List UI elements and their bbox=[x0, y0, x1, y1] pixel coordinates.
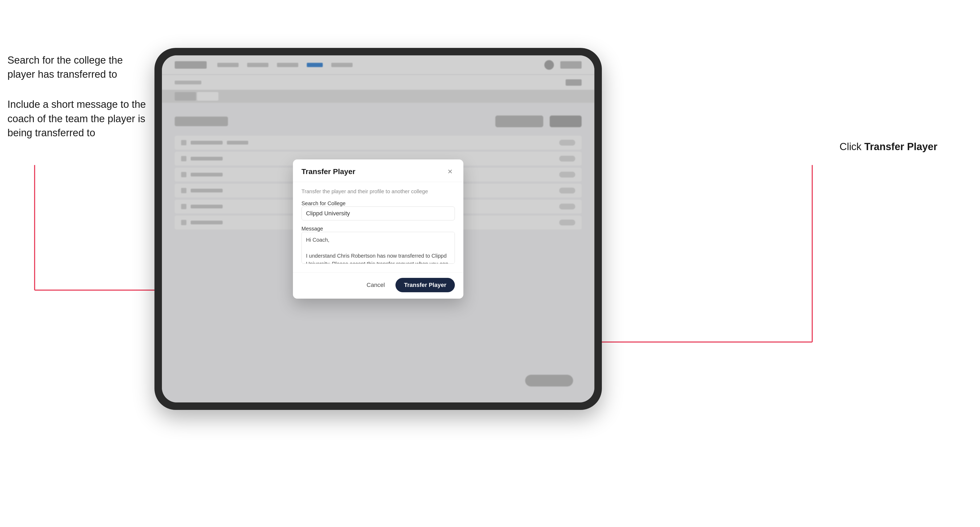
tablet-screen: Transfer Player ✕ Transfer the player an… bbox=[162, 56, 594, 402]
dialog-header: Transfer Player ✕ bbox=[293, 159, 463, 182]
dialog-footer: Cancel Transfer Player bbox=[293, 272, 463, 298]
annotation-click-prefix: Click bbox=[840, 141, 864, 152]
annotation-left: Search for the college the player has tr… bbox=[8, 53, 146, 140]
transfer-player-button[interactable]: Transfer Player bbox=[396, 278, 455, 292]
transfer-player-dialog: Transfer Player ✕ Transfer the player an… bbox=[293, 159, 463, 298]
dialog-body: Transfer the player and their profile to… bbox=[293, 182, 463, 272]
annotation-right: Click Transfer Player bbox=[840, 141, 938, 152]
dialog-overlay: Transfer Player ✕ Transfer the player an… bbox=[162, 56, 594, 402]
message-textarea[interactable]: Hi Coach, I understand Chris Robertson h… bbox=[301, 232, 455, 264]
message-label: Message bbox=[301, 226, 323, 232]
dialog-description: Transfer the player and their profile to… bbox=[301, 189, 455, 195]
search-college-label: Search for College bbox=[301, 200, 346, 206]
annotation-message-text: Include a short message to the coach of … bbox=[8, 99, 146, 138]
search-college-input[interactable] bbox=[301, 206, 455, 221]
annotation-search-text: Search for the college the player has tr… bbox=[8, 55, 123, 80]
cancel-button[interactable]: Cancel bbox=[361, 279, 390, 291]
annotation-transfer-bold: Transfer Player bbox=[864, 141, 937, 152]
dialog-title: Transfer Player bbox=[301, 167, 355, 176]
tablet-device: Transfer Player ✕ Transfer the player an… bbox=[154, 48, 602, 410]
tablet-outer: Transfer Player ✕ Transfer the player an… bbox=[154, 48, 602, 410]
dialog-close-button[interactable]: ✕ bbox=[445, 167, 455, 176]
